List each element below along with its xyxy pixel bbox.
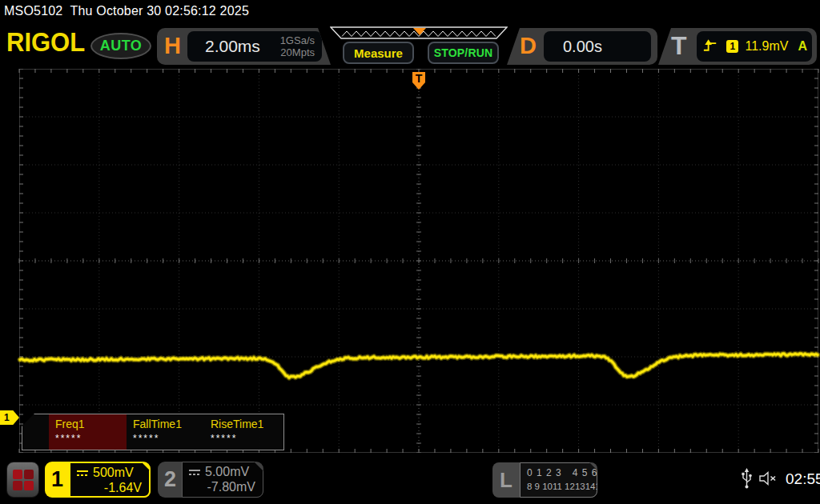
waveform-overview-strip[interactable] — [330, 26, 508, 40]
title-bar: MSO5102 Thu October 30 02:56:12 2025 — [0, 0, 820, 22]
speaker-muted-icon[interactable] — [758, 470, 778, 487]
sample-rate: 1GSa/s — [280, 34, 315, 46]
trigger-position-marker[interactable]: T — [412, 72, 425, 90]
measurement-value: ***** — [55, 433, 127, 444]
measurement-results-box[interactable]: Freq1 ***** FallTime1 ***** RiseTime1 **… — [22, 414, 284, 450]
usb-icon — [741, 467, 753, 490]
trigger-slope-rising-edge-icon — [701, 39, 718, 54]
dc-coupling-icon — [76, 470, 89, 477]
channel2-offset: -7.80mV — [183, 480, 263, 494]
measurement-cell-risetime1[interactable]: RiseTime1 ***** — [204, 414, 282, 450]
channel1-marker-label: 1 — [4, 412, 10, 423]
measurement-label: FallTime1 — [133, 418, 204, 430]
status-clock: 02:55 — [786, 470, 820, 488]
measure-button-label: Measure — [354, 46, 403, 60]
channel2-content: 5.00mV -7.80mV — [182, 462, 263, 498]
acquisition-mode-label: AUTO — [100, 38, 143, 54]
logic-label: L — [492, 462, 520, 498]
oscilloscope-screen: MSO5102 Thu October 30 02:56:12 2025 RIG… — [0, 0, 820, 504]
trigger-label: T — [671, 31, 687, 61]
memory-depth: 20Mpts — [280, 46, 315, 58]
measure-button[interactable]: Measure — [343, 42, 414, 64]
channel2-badge[interactable]: 2 5.00mV -7.80mV — [158, 462, 263, 498]
trigger-source: 1 — [730, 41, 735, 52]
delay-settings[interactable]: D 0.00s — [507, 28, 657, 65]
waveform-display[interactable]: T — [0, 69, 820, 453]
measurement-label: RiseTime1 — [211, 418, 282, 430]
rigol-logo: RIGOL — [6, 28, 85, 58]
svg-text:T: T — [416, 72, 423, 85]
trigger-source-badge: 1 — [726, 40, 738, 53]
trigger-coupling: A — [798, 39, 807, 54]
trigger-level: 11.9mV — [745, 39, 788, 54]
delay-inner: 0.00s — [544, 31, 651, 62]
grid-menu-icon — [13, 470, 34, 490]
delay-label: D — [520, 33, 537, 59]
sample-rate-memory: 1GSa/s 20Mpts — [280, 34, 315, 58]
channel2-number: 2 — [158, 462, 183, 498]
model-and-datetime: MSO5102 Thu October 30 02:56:12 2025 — [4, 4, 249, 18]
channel1-content: 500mV -1.64V — [69, 462, 151, 498]
horizontal-label: H — [164, 33, 181, 59]
channel1-offset: -1.64V — [70, 481, 149, 495]
measurement-label: Freq1 — [55, 418, 127, 430]
channel2-scale: 5.00mV — [205, 465, 249, 479]
stop-run-button-label: STOP/RUN — [434, 46, 493, 59]
logic-row-8-15: 8 9 1011 12131415 — [527, 480, 597, 494]
measurement-row: Freq1 ***** FallTime1 ***** RiseTime1 **… — [49, 414, 282, 450]
horizontal-inner: 2.00ms 1GSa/s 20Mpts — [187, 31, 322, 62]
stop-run-button[interactable]: STOP/RUN — [428, 42, 499, 64]
timebase-value: 2.00ms — [205, 37, 260, 56]
measurement-value: ***** — [133, 433, 204, 444]
measurement-value: ***** — [211, 433, 282, 444]
delay-value: 0.00s — [563, 38, 602, 56]
horizontal-settings[interactable]: H 2.00ms 1GSa/s 20Mpts — [157, 28, 331, 65]
measurement-cell-falltime1[interactable]: FallTime1 ***** — [127, 414, 204, 450]
logic-row-0-7: 0 1 2 3 4 5 6 7 — [527, 466, 597, 480]
channel1-number: 1 — [45, 462, 70, 498]
logic-channel-numbers: 0 1 2 3 4 5 6 7 8 9 1011 12131415 — [520, 462, 597, 498]
trigger-inner: 1 11.9mV A — [697, 31, 812, 62]
dc-coupling-icon — [188, 469, 201, 476]
logic-channels-badge[interactable]: L 0 1 2 3 4 5 6 7 8 9 1011 12131415 — [492, 462, 597, 498]
quick-menu-button[interactable] — [6, 462, 39, 498]
channel1-scale: 500mV — [93, 466, 134, 480]
trigger-settings[interactable]: T 1 11.9mV A — [658, 28, 817, 65]
measurement-cell-freq1[interactable]: Freq1 ***** — [49, 414, 127, 450]
channel1-badge[interactable]: 1 500mV -1.64V — [45, 462, 151, 498]
acquisition-mode-badge: AUTO — [90, 33, 151, 59]
